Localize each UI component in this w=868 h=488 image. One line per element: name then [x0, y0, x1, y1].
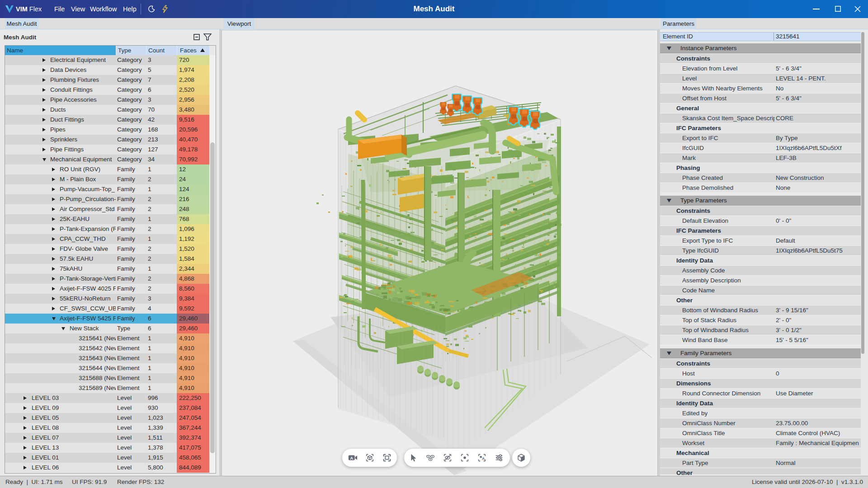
svg-text:A: A	[350, 456, 353, 460]
svg-text:A: A	[482, 456, 485, 461]
